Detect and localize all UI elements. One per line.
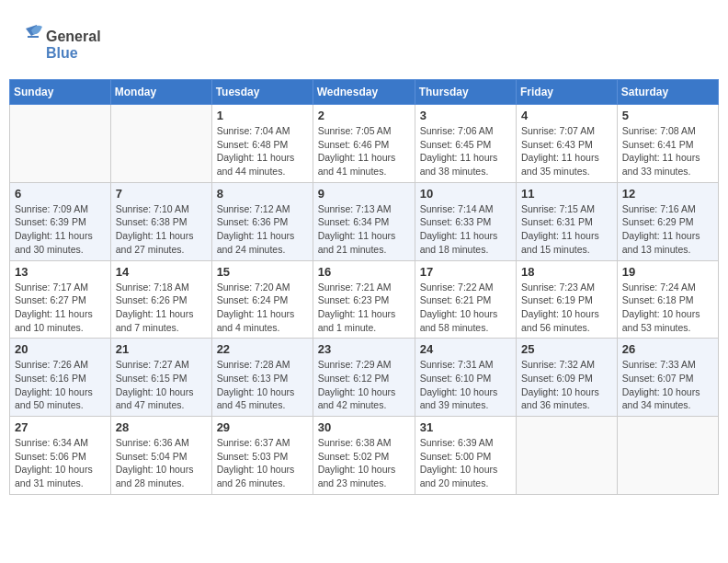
day-info: Sunrise: 7:05 AMSunset: 6:46 PMDaylight:… [318,124,410,178]
calendar-cell: 3Sunrise: 7:06 AMSunset: 6:45 PMDaylight… [415,105,516,183]
calendar-cell: 20Sunrise: 7:26 AMSunset: 6:16 PMDayligh… [10,339,111,417]
day-info: Sunrise: 7:23 AMSunset: 6:19 PMDaylight:… [521,281,612,335]
calendar-table: SundayMondayTuesdayWednesdayThursdayFrid… [9,79,719,495]
day-number: 25 [521,342,612,356]
day-info: Sunrise: 7:31 AMSunset: 6:10 PMDaylight:… [420,358,511,412]
day-info: Sunrise: 7:13 AMSunset: 6:34 PMDaylight:… [318,202,410,257]
svg-text:General: General [46,29,101,44]
calendar-cell: 24Sunrise: 7:31 AMSunset: 6:10 PMDayligh… [415,339,516,417]
calendar-week-row: 1Sunrise: 7:04 AMSunset: 6:48 PMDaylight… [10,105,719,183]
calendar-cell: 16Sunrise: 7:21 AMSunset: 6:23 PMDayligh… [313,260,415,339]
day-number: 20 [15,342,106,356]
calendar-cell [110,105,211,183]
day-info: Sunrise: 7:28 AMSunset: 6:13 PMDaylight:… [217,358,308,412]
calendar-cell [517,417,618,495]
calendar-cell: 29Sunrise: 6:37 AMSunset: 5:03 PMDayligh… [211,417,313,495]
calendar-cell: 26Sunrise: 7:33 AMSunset: 6:07 PMDayligh… [617,339,718,417]
day-info: Sunrise: 7:16 AMSunset: 6:29 PMDaylight:… [622,202,713,257]
calendar-cell: 13Sunrise: 7:17 AMSunset: 6:27 PMDayligh… [10,260,111,339]
day-number: 23 [318,342,410,356]
day-number: 31 [420,420,511,434]
calendar-week-row: 6Sunrise: 7:09 AMSunset: 6:39 PMDaylight… [10,182,719,260]
svg-rect-2 [28,36,39,38]
calendar-week-row: 13Sunrise: 7:17 AMSunset: 6:27 PMDayligh… [10,260,719,339]
day-info: Sunrise: 7:27 AMSunset: 6:15 PMDaylight:… [116,358,207,412]
calendar-cell: 7Sunrise: 7:10 AMSunset: 6:38 PMDaylight… [110,182,211,260]
day-info: Sunrise: 7:08 AMSunset: 6:41 PMDaylight:… [622,124,713,178]
calendar-cell: 5Sunrise: 7:08 AMSunset: 6:41 PMDaylight… [617,105,718,183]
day-number: 4 [521,109,612,122]
day-info: Sunrise: 7:12 AMSunset: 6:36 PMDaylight:… [217,202,308,257]
day-info: Sunrise: 7:20 AMSunset: 6:24 PMDaylight:… [217,281,308,335]
day-info: Sunrise: 6:36 AMSunset: 5:04 PMDaylight:… [116,436,207,490]
calendar-cell: 10Sunrise: 7:14 AMSunset: 6:33 PMDayligh… [415,182,516,260]
day-number: 2 [318,109,410,122]
day-info: Sunrise: 7:06 AMSunset: 6:45 PMDaylight:… [420,124,511,178]
day-number: 24 [420,342,511,356]
day-info: Sunrise: 7:29 AMSunset: 6:12 PMDaylight:… [318,358,410,412]
day-info: Sunrise: 7:10 AMSunset: 6:38 PMDaylight:… [116,202,207,257]
weekday-header: Sunday [10,80,111,105]
day-info: Sunrise: 7:09 AMSunset: 6:39 PMDaylight:… [15,202,106,257]
weekday-header: Thursday [415,80,516,105]
weekday-header: Friday [517,80,618,105]
calendar-cell: 6Sunrise: 7:09 AMSunset: 6:39 PMDaylight… [10,182,111,260]
calendar-cell: 18Sunrise: 7:23 AMSunset: 6:19 PMDayligh… [517,260,618,339]
day-number: 14 [116,265,207,279]
page-header: General Blue [9,9,719,72]
calendar-cell [617,417,718,495]
calendar-cell: 22Sunrise: 7:28 AMSunset: 6:13 PMDayligh… [211,339,313,417]
calendar-cell: 28Sunrise: 6:36 AMSunset: 5:04 PMDayligh… [110,417,211,495]
calendar-cell: 23Sunrise: 7:29 AMSunset: 6:12 PMDayligh… [313,339,415,417]
day-number: 8 [217,187,308,201]
day-number: 30 [318,420,410,434]
day-number: 6 [15,187,106,201]
weekday-header: Saturday [617,80,718,105]
day-number: 16 [318,265,410,279]
day-number: 5 [622,109,713,122]
day-number: 7 [116,187,207,201]
day-info: Sunrise: 7:07 AMSunset: 6:43 PMDaylight:… [521,124,612,178]
calendar-cell: 21Sunrise: 7:27 AMSunset: 6:15 PMDayligh… [110,339,211,417]
day-number: 18 [521,265,612,279]
day-info: Sunrise: 6:37 AMSunset: 5:03 PMDaylight:… [217,436,308,490]
day-number: 12 [622,187,713,201]
day-number: 29 [217,420,308,434]
day-number: 9 [318,187,410,201]
calendar-cell: 15Sunrise: 7:20 AMSunset: 6:24 PMDayligh… [211,260,313,339]
calendar-cell: 11Sunrise: 7:15 AMSunset: 6:31 PMDayligh… [517,182,618,260]
logo-combined: General Blue [18,21,110,67]
calendar-cell: 12Sunrise: 7:16 AMSunset: 6:29 PMDayligh… [617,182,718,260]
day-info: Sunrise: 7:04 AMSunset: 6:48 PMDaylight:… [217,124,308,178]
calendar-header-row: SundayMondayTuesdayWednesdayThursdayFrid… [10,80,719,105]
day-number: 19 [622,265,713,279]
day-info: Sunrise: 6:39 AMSunset: 5:00 PMDaylight:… [420,436,511,490]
calendar-cell: 2Sunrise: 7:05 AMSunset: 6:46 PMDaylight… [313,105,415,183]
logo: General Blue [18,21,110,67]
weekday-header: Wednesday [313,80,415,105]
svg-text:Blue: Blue [46,45,78,61]
calendar-cell: 17Sunrise: 7:22 AMSunset: 6:21 PMDayligh… [415,260,516,339]
day-number: 26 [622,342,713,356]
day-info: Sunrise: 7:22 AMSunset: 6:21 PMDaylight:… [420,281,511,335]
day-number: 1 [217,109,308,122]
calendar-cell: 1Sunrise: 7:04 AMSunset: 6:48 PMDaylight… [211,105,313,183]
calendar-week-row: 20Sunrise: 7:26 AMSunset: 6:16 PMDayligh… [10,339,719,417]
calendar-cell: 4Sunrise: 7:07 AMSunset: 6:43 PMDaylight… [517,105,618,183]
calendar-cell: 14Sunrise: 7:18 AMSunset: 6:26 PMDayligh… [110,260,211,339]
calendar-week-row: 27Sunrise: 6:34 AMSunset: 5:06 PMDayligh… [10,417,719,495]
weekday-header: Tuesday [211,80,313,105]
day-number: 27 [15,420,106,434]
day-info: Sunrise: 7:18 AMSunset: 6:26 PMDaylight:… [116,281,207,335]
calendar-cell: 31Sunrise: 6:39 AMSunset: 5:00 PMDayligh… [415,417,516,495]
day-number: 3 [420,109,511,122]
calendar-cell: 19Sunrise: 7:24 AMSunset: 6:18 PMDayligh… [617,260,718,339]
day-info: Sunrise: 7:21 AMSunset: 6:23 PMDaylight:… [318,281,410,335]
calendar-cell: 27Sunrise: 6:34 AMSunset: 5:06 PMDayligh… [10,417,111,495]
calendar-cell: 30Sunrise: 6:38 AMSunset: 5:02 PMDayligh… [313,417,415,495]
day-number: 21 [116,342,207,356]
day-number: 17 [420,265,511,279]
day-number: 28 [116,420,207,434]
day-info: Sunrise: 6:38 AMSunset: 5:02 PMDaylight:… [318,436,410,490]
day-info: Sunrise: 7:24 AMSunset: 6:18 PMDaylight:… [622,281,713,335]
